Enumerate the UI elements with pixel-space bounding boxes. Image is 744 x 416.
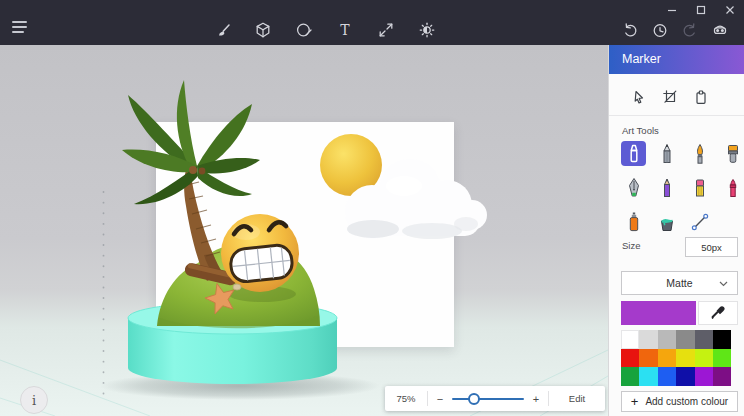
main-toolbar: T — [213, 21, 436, 39]
palette-swatch[interactable] — [676, 330, 694, 349]
marker-icon — [622, 142, 646, 166]
zoom-toolbar: 75% − + Edit — [385, 386, 605, 411]
current-colour-swatch[interactable] — [621, 301, 696, 325]
maximize-button[interactable] — [686, 0, 715, 19]
plus-icon: + — [631, 397, 639, 407]
eyedropper-button[interactable] — [698, 301, 738, 325]
window-controls — [657, 0, 744, 19]
text-tool-button[interactable]: T — [336, 21, 354, 39]
paste-tool-button[interactable] — [693, 89, 709, 105]
art-tool-oil-brush[interactable] — [720, 141, 744, 166]
close-button[interactable] — [715, 0, 744, 19]
minimize-button[interactable] — [657, 0, 686, 19]
canvas-3d-scene — [0, 45, 608, 416]
crop-tool-button[interactable] — [662, 89, 678, 105]
palette-swatch[interactable] — [695, 349, 713, 368]
3d-library-button[interactable] — [711, 21, 729, 39]
palette-swatch[interactable] — [639, 367, 657, 386]
art-tool-spray-can[interactable] — [621, 209, 646, 234]
palette-swatch[interactable] — [695, 367, 713, 386]
zoom-slider-track[interactable] — [452, 398, 524, 401]
art-tool-fill[interactable] — [654, 209, 679, 234]
zoom-slider-thumb[interactable] — [468, 393, 480, 405]
edit-button[interactable]: Edit — [549, 393, 605, 404]
palette-swatch[interactable] — [639, 330, 657, 349]
brush-icon — [213, 21, 231, 39]
palette-swatch[interactable] — [621, 367, 639, 386]
redo-button[interactable] — [681, 21, 699, 39]
history-toolbar — [621, 21, 729, 39]
palette-swatch[interactable] — [621, 349, 639, 368]
panel-title: Marker — [609, 45, 744, 74]
crayon-icon — [721, 176, 744, 200]
palette-swatch[interactable] — [695, 330, 713, 349]
emoji-grin — [229, 244, 293, 283]
shapes-2d-icon — [295, 21, 313, 39]
eraser-icon — [688, 176, 712, 200]
history-button[interactable] — [651, 21, 669, 39]
canvas-tool-button[interactable] — [377, 21, 395, 39]
3d-shapes-tool-button[interactable] — [254, 21, 272, 39]
smiley-emoji[interactable] — [221, 214, 299, 292]
sun-effects-icon — [418, 21, 436, 39]
undo-icon — [621, 21, 639, 39]
palette-swatch[interactable] — [713, 330, 731, 349]
art-tool-crayon[interactable] — [720, 175, 744, 200]
art-tool-pixel-pen[interactable] — [654, 175, 679, 200]
palette-swatch[interactable] — [639, 349, 657, 368]
zoom-slider[interactable] — [452, 386, 524, 411]
palette-swatch[interactable] — [658, 367, 676, 386]
finish-dropdown-value: Matte — [666, 277, 692, 289]
size-label: Size — [622, 240, 640, 251]
clipboard-paste-icon — [693, 89, 709, 105]
art-tool-marker[interactable] — [621, 141, 646, 166]
palette-swatch[interactable] — [621, 330, 639, 349]
text-tool-icon: T — [340, 21, 349, 39]
size-value-field[interactable]: 50px — [685, 237, 738, 257]
palette-swatch[interactable] — [676, 349, 694, 368]
palette-swatch[interactable] — [658, 349, 676, 368]
minimize-icon — [667, 5, 677, 15]
eyedropper-icon — [709, 304, 727, 322]
add-custom-colour-button[interactable]: + Add custom colour — [621, 391, 738, 412]
art-tool-calligraphy-pen[interactable] — [621, 175, 646, 200]
zoom-in-button[interactable]: + — [524, 393, 548, 405]
palette-swatch[interactable] — [658, 330, 676, 349]
zoom-level-value: 75% — [385, 393, 427, 404]
history-clock-icon — [651, 21, 669, 39]
zoom-out-button[interactable]: − — [428, 393, 452, 405]
calligraphy-pen-icon — [622, 176, 646, 200]
art-tool-eraser[interactable] — [687, 175, 712, 200]
redo-icon — [681, 21, 699, 39]
chevron-down-icon — [719, 281, 728, 287]
palette-swatch[interactable] — [676, 367, 694, 386]
brushes-tool-button[interactable] — [213, 21, 231, 39]
fill-bucket-icon — [655, 210, 679, 234]
watercolour-brush-icon — [688, 142, 712, 166]
resize-canvas-icon — [377, 21, 395, 39]
purple-pencil-icon — [655, 176, 679, 200]
divider — [609, 115, 744, 116]
shell — [233, 284, 241, 290]
effects-tool-button[interactable] — [418, 21, 436, 39]
3d-glasses-icon — [711, 21, 729, 39]
hamburger-menu-button[interactable] — [12, 21, 30, 35]
add-custom-colour-label: Add custom colour — [645, 396, 728, 407]
finish-dropdown[interactable]: Matte — [621, 271, 738, 295]
undo-button[interactable] — [621, 21, 639, 39]
art-tool-pencil[interactable] — [654, 141, 679, 166]
2d-shapes-tool-button[interactable] — [295, 21, 313, 39]
art-tool-line-curve[interactable] — [687, 209, 712, 234]
workspace-3d[interactable]: 75% − + Edit i — [0, 45, 608, 416]
close-icon — [725, 5, 735, 15]
maximize-icon — [696, 5, 706, 15]
palette-swatch[interactable] — [713, 367, 731, 386]
select-tool-button[interactable] — [631, 89, 647, 105]
info-button[interactable]: i — [20, 386, 48, 414]
cube-3d-icon — [254, 21, 272, 39]
edit-tools-row — [631, 89, 709, 105]
art-tools-label: Art Tools — [622, 125, 659, 136]
art-tool-watercolour[interactable] — [687, 141, 712, 166]
palette-swatch[interactable] — [713, 349, 731, 368]
spray-can-icon — [622, 210, 646, 234]
